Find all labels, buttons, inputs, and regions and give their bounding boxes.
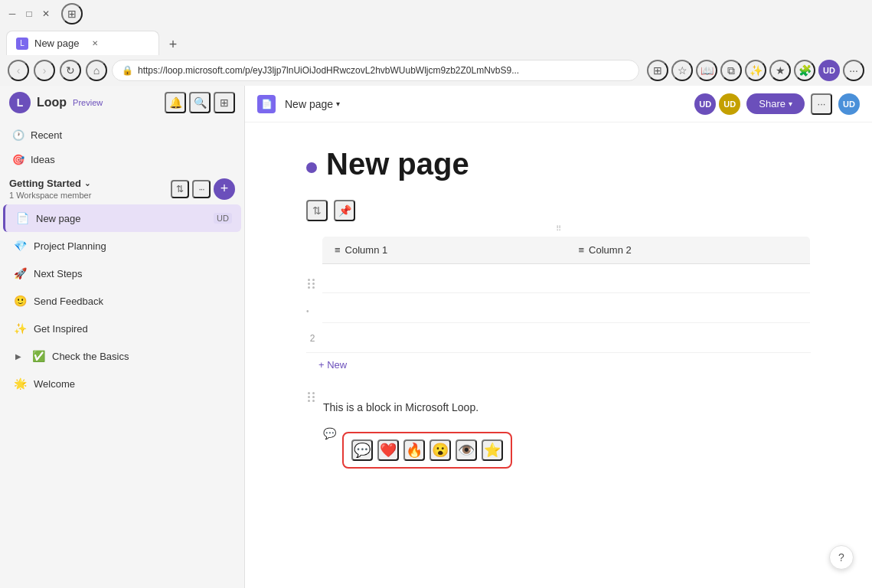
app-name: Loop xyxy=(37,96,67,109)
url-text: https://loop.microsoft.com/p/eyJ3ljp7lnU… xyxy=(138,65,629,76)
sidebar-item-next-steps[interactable]: 🚀 Next Steps xyxy=(3,260,241,287)
check-basics-expander[interactable]: ▶ xyxy=(12,350,24,362)
recent-label: Recent xyxy=(31,129,62,141)
col1-header[interactable]: ≡ Column 1 xyxy=(322,237,567,264)
share-button[interactable]: Share ▾ xyxy=(746,93,805,114)
sidebar-item-project-planning[interactable]: 💎 Project Planning xyxy=(3,232,241,260)
back-button[interactable]: ‹ xyxy=(8,60,29,81)
sidebar-item-get-inspired[interactable]: ✨ Get Inspired xyxy=(3,315,241,342)
comment-handle[interactable]: 💬 xyxy=(323,426,336,439)
sidebar-item-welcome-label: Welcome xyxy=(34,378,232,390)
search-button[interactable]: 🔍 xyxy=(189,92,211,113)
workspace-chevron-icon: ⌄ xyxy=(84,179,90,188)
minimize-button[interactable]: ─ xyxy=(6,8,18,20)
sidebar: L Loop Preview 🔔 🔍 ⊞ 🕐 Recent 🎯 Id xyxy=(0,86,245,588)
browser-more-button[interactable]: ··· xyxy=(843,60,864,81)
layout-button[interactable]: ⊞ xyxy=(214,92,235,113)
heart-icon: ❤️ xyxy=(380,442,397,459)
col2-header[interactable]: ≡ Column 2 xyxy=(567,237,811,264)
content-block: This is a block in Microsoft Loop. 💬 💬 ❤… xyxy=(306,389,811,469)
recent-icon: 🕐 xyxy=(12,129,24,141)
help-button[interactable]: ? xyxy=(829,545,854,570)
page-more-button[interactable]: ··· xyxy=(811,93,832,115)
extension-button[interactable]: 🧩 xyxy=(794,60,815,81)
avatar-1[interactable]: UD xyxy=(694,93,716,115)
reading-mode-button[interactable]: 📖 xyxy=(696,60,717,81)
eye-reaction-button[interactable]: 👁️ xyxy=(456,439,477,461)
sidebar-header: L Loop Preview 🔔 🔍 ⊞ xyxy=(0,86,244,119)
table-filter-button[interactable]: 📌 xyxy=(334,200,355,221)
header-actions: UD UD Share ▾ ··· UD xyxy=(694,93,860,115)
sidebar-header-actions: 🔔 🔍 ⊞ xyxy=(165,92,235,113)
url-input[interactable]: 🔒 https://loop.microsoft.com/p/eyJ3ljp7l… xyxy=(112,60,639,81)
favorites-button[interactable]: ☆ xyxy=(671,60,693,81)
new-page-badge: UD xyxy=(214,213,232,224)
preview-badge: Preview xyxy=(73,98,103,107)
page-header-icon: 📄 xyxy=(257,95,276,113)
add-page-button[interactable]: + xyxy=(214,178,235,200)
col2-header-icon: ≡ xyxy=(579,244,585,256)
page-header-title[interactable]: New page ▾ xyxy=(285,98,340,110)
table-sort-button[interactable]: ⇅ xyxy=(306,200,328,221)
star-reaction-button[interactable]: ⭐ xyxy=(482,439,503,461)
row3-col2[interactable] xyxy=(567,322,811,351)
row3-col1[interactable] xyxy=(322,322,567,351)
title-bullet xyxy=(306,162,317,173)
sidebar-item-new-page[interactable]: 📄 New page UD xyxy=(3,204,241,232)
comment-reaction-button[interactable]: 💬 xyxy=(351,439,373,461)
column-resize-handle[interactable]: ⠿ xyxy=(556,224,561,233)
close-button[interactable]: ✕ xyxy=(40,8,52,20)
ideas-icon: 🎯 xyxy=(12,154,24,165)
sidebar-item-check-basics-label: Check the Basics xyxy=(52,351,232,362)
row2-col2[interactable] xyxy=(567,293,811,322)
fire-reaction-button[interactable]: 🔥 xyxy=(403,439,425,461)
sidebar-toggle-button[interactable]: ⊞ xyxy=(61,3,83,24)
page-header: 📄 New page ▾ UD UD Share ▾ ··· UD xyxy=(245,86,872,122)
collections-button[interactable]: ★ xyxy=(769,60,791,81)
add-row-button[interactable]: + New xyxy=(306,352,811,377)
workspace-sort-button[interactable]: ⇅ xyxy=(171,180,189,198)
refresh-button[interactable]: ↻ xyxy=(60,60,81,81)
sidebar-item-ideas[interactable]: 🎯 Ideas xyxy=(6,147,238,172)
table-toolbar: ⇅ 📌 xyxy=(306,200,811,221)
tab-close-button[interactable]: ✕ xyxy=(89,38,101,50)
table-row xyxy=(322,293,811,322)
sidebar-nav: 🕐 Recent 🎯 Ideas xyxy=(0,119,244,175)
block-drag-handle[interactable] xyxy=(306,389,317,403)
notifications-button[interactable]: 🔔 xyxy=(165,92,186,113)
active-tab[interactable]: L New page ✕ xyxy=(6,31,159,55)
row1-col2[interactable] xyxy=(567,264,811,293)
maximize-button[interactable]: □ xyxy=(23,8,35,20)
browser-extensions-button[interactable]: ⊞ xyxy=(647,60,668,81)
row-bullet-2: • xyxy=(306,307,309,315)
split-screen-button[interactable]: ⧉ xyxy=(720,60,742,81)
avatar-2[interactable]: UD xyxy=(719,93,740,115)
header-profile-icon[interactable]: UD xyxy=(838,93,860,115)
eye-icon: 👁️ xyxy=(458,442,475,459)
star-icon: ⭐ xyxy=(484,442,501,459)
check-basics-icon: ✅ xyxy=(31,348,46,364)
workspace-title[interactable]: Getting Started ⌄ xyxy=(9,178,171,189)
avatar-group: UD UD xyxy=(694,93,740,115)
browser-profile-icon[interactable]: UD xyxy=(818,60,840,81)
sidebar-item-check-basics[interactable]: ▶ ✅ Check the Basics xyxy=(3,342,241,370)
row2-col1[interactable] xyxy=(322,293,567,322)
sidebar-item-send-feedback-label: Send Feedback xyxy=(34,296,232,307)
home-button[interactable]: ⌂ xyxy=(86,60,107,81)
sidebar-item-recent[interactable]: 🕐 Recent xyxy=(6,122,238,147)
workspace-more-button[interactable]: ··· xyxy=(192,180,211,198)
smile-reaction-button[interactable]: 😮 xyxy=(429,439,451,461)
sidebar-item-welcome[interactable]: 🌟 Welcome xyxy=(3,370,241,397)
next-steps-icon: 🚀 xyxy=(12,266,28,281)
row-number-3: 2 xyxy=(306,333,318,344)
forward-button[interactable]: › xyxy=(34,60,55,81)
row-drag-handle-1[interactable] xyxy=(306,277,317,290)
window-controls: ─ □ ✕ xyxy=(6,8,52,20)
new-tab-button[interactable]: + xyxy=(162,34,184,55)
address-bar: ‹ › ↻ ⌂ 🔒 https://loop.microsoft.com/p/e… xyxy=(0,55,872,86)
row1-col1[interactable] xyxy=(322,264,567,293)
app-container: L Loop Preview 🔔 🔍 ⊞ 🕐 Recent 🎯 Id xyxy=(0,86,872,588)
browser-copilot-button[interactable]: ✨ xyxy=(745,60,766,81)
heart-reaction-button[interactable]: ❤️ xyxy=(377,439,399,461)
sidebar-item-send-feedback[interactable]: 🙂 Send Feedback xyxy=(3,287,241,315)
